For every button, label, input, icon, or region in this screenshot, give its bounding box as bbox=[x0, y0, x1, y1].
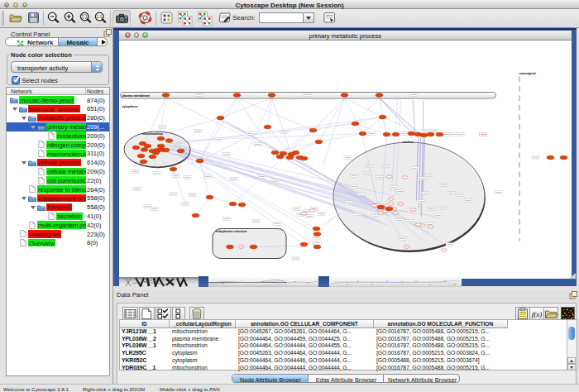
svg-text:plasma membrane: plasma membrane bbox=[122, 94, 149, 98]
svg-text:endoplasmic reticulum: endoplasmic reticulum bbox=[215, 230, 246, 233]
svg-text:f(x): f(x) bbox=[532, 310, 543, 318]
svg-text:1:1: 1:1 bbox=[97, 15, 103, 19]
svg-text:nucleus: nucleus bbox=[402, 141, 413, 144]
svg-text:cytoplasm: cytoplasm bbox=[122, 105, 137, 108]
svg-text:unassigned: unassigned bbox=[519, 71, 535, 74]
